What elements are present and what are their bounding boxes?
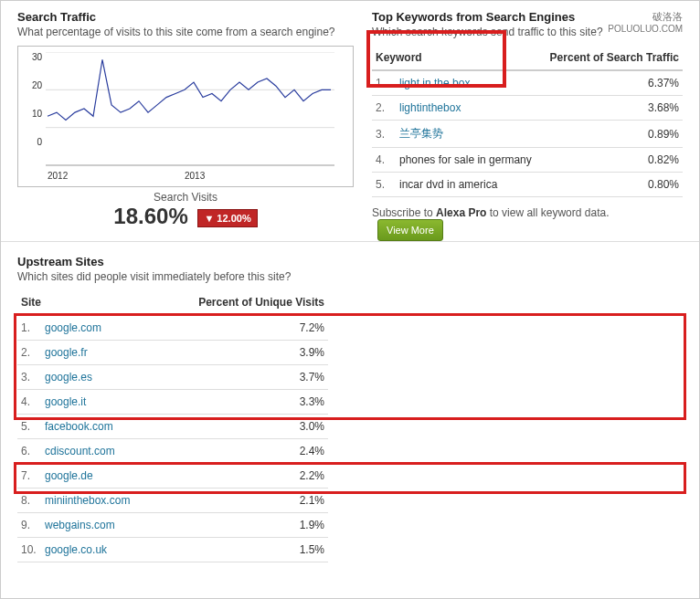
table-row: 5.incar dvd in america0.80%: [372, 173, 683, 197]
site-link[interactable]: cdiscount.com: [45, 445, 115, 457]
delta-badge: ▼ 12.00%: [197, 209, 257, 227]
keyword-link[interactable]: lightinthebox: [399, 101, 461, 114]
upstream-table: Site Percent of Unique Visits 1.google.c…: [17, 290, 328, 562]
search-traffic-sub: What percentage of visits to this site c…: [17, 26, 354, 38]
subscribe-text: Subscribe to Alexa Pro to view all keywo…: [372, 206, 683, 241]
table-row: 5.facebook.com3.0%: [17, 415, 328, 439]
highlight-box: [366, 30, 506, 88]
view-more-button[interactable]: View More: [377, 219, 443, 241]
site-link[interactable]: facebook.com: [45, 420, 113, 433]
col-percent-visits: Percent of Unique Visits: [159, 290, 328, 315]
site-link[interactable]: google.es: [45, 371, 92, 384]
table-row: 6.cdiscount.com2.4%: [17, 439, 328, 464]
keyword-link[interactable]: 兰亭集势: [399, 127, 443, 140]
site-link[interactable]: google.fr: [45, 346, 88, 359]
col-site: Site: [17, 290, 159, 315]
table-row: 1.google.com7.2%: [17, 315, 328, 341]
top-keywords-title: Top Keywords from Search Engines: [372, 10, 683, 24]
table-row: 4.phones for sale in germany0.82%: [372, 148, 683, 173]
table-row: 8.miniinthebox.com2.1%: [17, 489, 328, 513]
table-row: 2.lightinthebox3.68%: [372, 96, 683, 121]
table-row: 10.google.co.uk1.5%: [17, 538, 328, 562]
site-link[interactable]: google.de: [45, 469, 93, 482]
search-visits-label: Search Visits: [17, 191, 354, 204]
search-traffic-chart: 3020100 20122013: [17, 46, 354, 187]
site-link[interactable]: google.co.uk: [45, 543, 107, 556]
table-row: 3.兰亭集势0.89%: [372, 121, 683, 148]
upstream-title: Upstream Sites: [17, 255, 683, 268]
table-row: 3.google.es3.7%: [17, 365, 328, 390]
table-row: 2.google.fr3.9%: [17, 341, 328, 365]
site-link[interactable]: google.it: [45, 395, 86, 408]
upstream-sub: Which sites did people visit immediately…: [17, 270, 683, 283]
search-visits-value: 18.60% ▼ 12.00%: [17, 204, 354, 229]
site-link[interactable]: google.com: [45, 321, 101, 334]
table-row: 7.google.de2.2%: [17, 464, 328, 489]
search-traffic-title: Search Traffic: [17, 10, 354, 24]
site-link[interactable]: webgains.com: [45, 519, 115, 531]
table-row: 9.webgains.com1.9%: [17, 513, 328, 538]
site-link[interactable]: miniinthebox.com: [45, 494, 130, 507]
table-row: 4.google.it3.3%: [17, 390, 328, 415]
col-percent: Percent of Search Traffic: [541, 46, 683, 70]
